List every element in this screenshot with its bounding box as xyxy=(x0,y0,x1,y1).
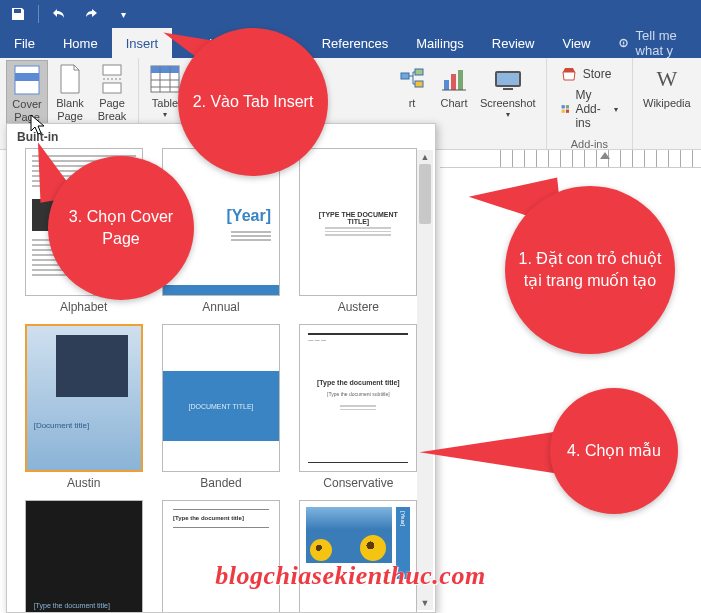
gallery-scrollbar[interactable]: ▲ ▼ xyxy=(417,150,433,610)
watermark-text: blogchiasekienthuc.com xyxy=(0,561,701,591)
svg-rect-3 xyxy=(15,73,39,81)
svg-rect-14 xyxy=(451,74,456,90)
callout-4-tail xyxy=(419,430,572,486)
page-break-icon xyxy=(96,63,128,95)
indent-marker-icon[interactable] xyxy=(600,152,610,159)
horizontal-ruler xyxy=(440,150,701,168)
qat-customize-icon[interactable]: ▾ xyxy=(111,2,135,26)
ribbon-group-addins: Store My Add-ins ▾ Add-ins xyxy=(547,58,633,149)
tab-review[interactable]: Review xyxy=(478,28,549,58)
mouse-cursor-icon xyxy=(30,114,48,136)
screenshot-icon xyxy=(492,63,524,95)
tab-references[interactable]: References xyxy=(308,28,402,58)
scroll-up-icon[interactable]: ▲ xyxy=(417,150,433,164)
gallery-item-row3-b[interactable]: [Type the document title] xyxy=(154,500,287,613)
svg-rect-18 xyxy=(503,88,513,90)
scroll-down-icon[interactable]: ▼ xyxy=(417,596,433,610)
svg-point-1 xyxy=(623,45,624,46)
wikipedia-button[interactable]: W Wikipedia xyxy=(639,60,695,149)
gallery-item-conservative[interactable]: — — — [Type the document title] [Type th… xyxy=(292,324,425,496)
separator xyxy=(38,5,39,23)
blank-page-icon xyxy=(54,63,86,95)
tell-me-label: Tell me what y xyxy=(636,28,701,58)
svg-rect-20 xyxy=(566,105,569,108)
svg-rect-7 xyxy=(151,66,179,73)
tab-home[interactable]: Home xyxy=(49,28,112,58)
svg-rect-13 xyxy=(444,80,449,90)
svg-rect-21 xyxy=(561,110,564,113)
svg-rect-4 xyxy=(103,65,121,75)
store-button[interactable]: Store xyxy=(557,64,622,84)
screenshot-button[interactable]: Screenshot ▾ xyxy=(476,60,540,149)
save-icon[interactable] xyxy=(6,2,30,26)
svg-rect-22 xyxy=(566,110,569,113)
chart-icon xyxy=(438,63,470,95)
wikipedia-icon: W xyxy=(651,63,683,95)
gallery-item-row3-a[interactable]: [Type the document title] xyxy=(17,500,150,613)
tab-file[interactable]: File xyxy=(0,28,49,58)
ribbon-group-wikipedia: W Wikipedia xyxy=(633,58,701,149)
gallery-item-row3-c[interactable]: [Year] xyxy=(292,500,425,613)
title-bar: ▾ xyxy=(0,0,701,28)
callout-2: 2. Vào Tab Insert xyxy=(178,28,328,176)
gallery-item-austere[interactable]: [TYPE THE DOCUMENT TITLE] Austere xyxy=(292,148,425,320)
svg-rect-15 xyxy=(458,70,463,90)
gallery-item-austin[interactable]: [Document title] Austin xyxy=(17,324,150,496)
callout-4: 4. Chọn mẫu xyxy=(550,388,678,514)
chart-button[interactable]: Chart xyxy=(434,60,474,149)
svg-rect-12 xyxy=(415,81,423,87)
svg-rect-10 xyxy=(401,73,409,79)
smartart-icon xyxy=(396,63,428,95)
store-icon xyxy=(561,66,577,82)
menu-bar: File Home Insert Design Layout Reference… xyxy=(0,28,701,58)
addins-icon xyxy=(561,101,570,117)
tab-mailings[interactable]: Mailings xyxy=(402,28,478,58)
scrollbar-thumb[interactable] xyxy=(419,164,431,224)
tell-me[interactable]: Tell me what y xyxy=(604,28,701,58)
redo-icon[interactable] xyxy=(79,2,103,26)
cover-page-icon xyxy=(11,64,43,96)
gallery-item-banded[interactable]: [DOCUMENT TITLE] Banded xyxy=(154,324,287,496)
tab-view[interactable]: View xyxy=(548,28,604,58)
svg-rect-5 xyxy=(103,83,121,93)
table-icon xyxy=(149,63,181,95)
callout-3: 3. Chọn Cover Page xyxy=(48,156,194,300)
svg-rect-11 xyxy=(415,69,423,75)
undo-icon[interactable] xyxy=(47,2,71,26)
svg-rect-19 xyxy=(561,105,564,108)
my-addins-button[interactable]: My Add-ins ▾ xyxy=(557,86,622,132)
callout-1: 1. Đặt con trỏ chuột tại trang muốn tạo xyxy=(505,186,675,354)
svg-rect-17 xyxy=(497,73,519,85)
